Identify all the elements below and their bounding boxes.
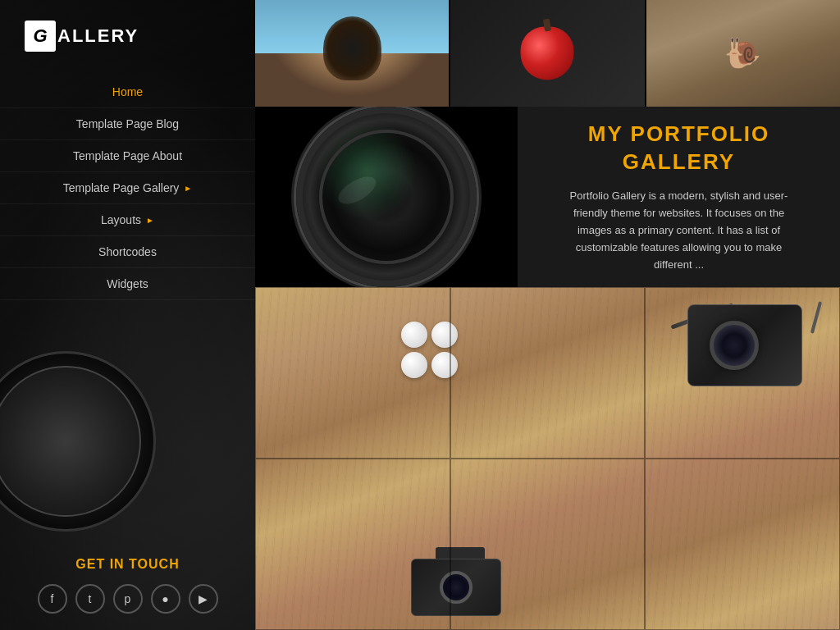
grid-cell-6	[645, 459, 840, 630]
gallery-image-snail	[646, 0, 840, 107]
nav-label-home: Home	[112, 85, 143, 98]
twitter-icon[interactable]: t	[75, 584, 105, 614]
nav-label-shortcodes: Shortcodes	[98, 245, 157, 258]
grid-cell-2	[450, 287, 646, 459]
nav-item-gallery[interactable]: Template Page Gallery ►	[0, 172, 255, 204]
top-gallery-row	[255, 0, 840, 107]
nav-item-about[interactable]: Template Page About	[0, 140, 255, 172]
portfolio-text-panel: MY PORTFOLIOGALLERY Portfolio Gallery is…	[518, 107, 840, 287]
navigation-menu: Home Template Page Blog Template Page Ab…	[0, 76, 255, 300]
wood-background	[255, 287, 840, 630]
grid-cell-4	[255, 459, 450, 630]
gallery-thumb-person[interactable]	[255, 0, 449, 107]
portfolio-title: MY PORTFOLIOGALLERY	[588, 121, 769, 176]
nav-item-blog[interactable]: Template Page Blog	[0, 108, 255, 140]
gallery-thumb-snail[interactable]	[646, 0, 840, 107]
logo-icon: G	[25, 21, 56, 52]
nav-label-about: Template Page About	[73, 149, 182, 162]
nav-arrow-gallery: ►	[184, 184, 192, 193]
middle-section: MY PORTFOLIOGALLERY Portfolio Gallery is…	[255, 107, 840, 287]
youtube-icon[interactable]: ▶	[189, 584, 218, 614]
bottom-grid	[255, 287, 840, 630]
grid-overlay	[255, 287, 840, 630]
nav-item-layouts[interactable]: Layouts ►	[0, 204, 255, 236]
logo-area: G ALLERY	[0, 0, 255, 68]
gallery-image-apple	[450, 0, 644, 107]
instagram-icon[interactable]: ●	[151, 584, 180, 614]
nav-label-widgets: Widgets	[107, 277, 148, 290]
grid-cell-1	[255, 287, 450, 459]
get-in-touch-heading: GET IN TOUCH	[16, 557, 239, 572]
facebook-icon[interactable]: f	[38, 584, 67, 614]
nav-label-gallery: Template Page Gallery	[63, 181, 180, 194]
main-content: MY PORTFOLIOGALLERY Portfolio Gallery is…	[255, 0, 840, 630]
social-area: GET IN TOUCH f t p ● ▶	[0, 541, 255, 630]
sidebar: G ALLERY Home Template Page Blog Templat…	[0, 0, 255, 630]
grid-cell-3	[645, 287, 840, 459]
pinterest-icon[interactable]: p	[113, 584, 143, 614]
camera-panel	[255, 107, 518, 287]
grid-cell-5	[450, 459, 646, 630]
camera-lens-image	[296, 107, 477, 287]
nav-label-blog: Template Page Blog	[76, 117, 179, 130]
nav-arrow-layouts: ►	[146, 216, 154, 225]
nav-item-widgets[interactable]: Widgets	[0, 268, 255, 300]
sidebar-content: G ALLERY Home Template Page Blog Templat…	[0, 0, 255, 630]
logo-text: ALLERY	[57, 25, 139, 47]
nav-item-home[interactable]: Home	[0, 76, 255, 108]
nav-label-layouts: Layouts	[101, 213, 141, 226]
social-icons-container: f t p ● ▶	[16, 584, 239, 614]
portfolio-description: Portfolio Gallery is a modern, stylish a…	[564, 188, 794, 273]
nav-item-shortcodes[interactable]: Shortcodes	[0, 236, 255, 268]
gallery-thumb-apple[interactable]	[450, 0, 644, 107]
gallery-image-person	[255, 0, 449, 107]
